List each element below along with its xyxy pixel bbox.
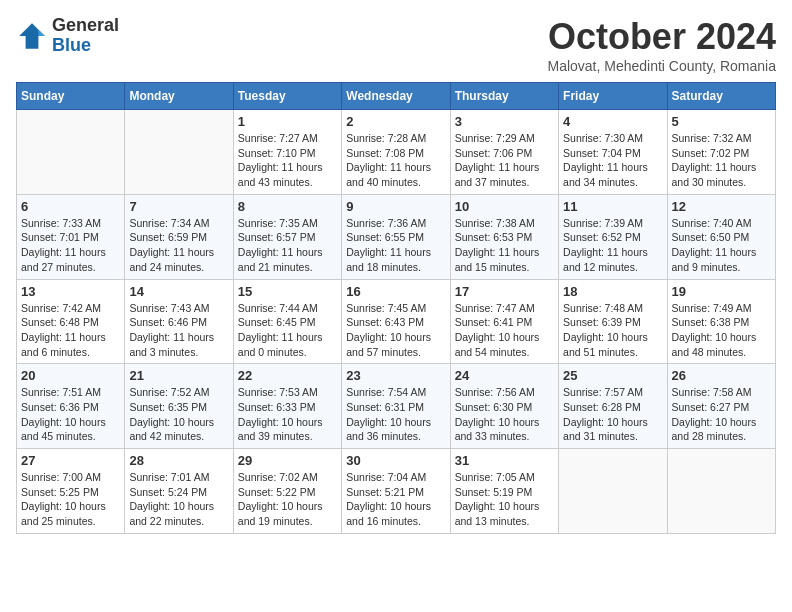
calendar-cell: 21Sunrise: 7:52 AMSunset: 6:35 PMDayligh… bbox=[125, 364, 233, 449]
week-row-5: 27Sunrise: 7:00 AMSunset: 5:25 PMDayligh… bbox=[17, 449, 776, 534]
calendar-cell: 17Sunrise: 7:47 AMSunset: 6:41 PMDayligh… bbox=[450, 279, 558, 364]
header-sunday: Sunday bbox=[17, 83, 125, 110]
header-wednesday: Wednesday bbox=[342, 83, 450, 110]
week-row-2: 6Sunrise: 7:33 AMSunset: 7:01 PMDaylight… bbox=[17, 194, 776, 279]
calendar-cell: 11Sunrise: 7:39 AMSunset: 6:52 PMDayligh… bbox=[559, 194, 667, 279]
day-number: 4 bbox=[563, 114, 662, 129]
calendar-cell bbox=[125, 110, 233, 195]
calendar-cell: 20Sunrise: 7:51 AMSunset: 6:36 PMDayligh… bbox=[17, 364, 125, 449]
day-number: 1 bbox=[238, 114, 337, 129]
calendar-cell: 1Sunrise: 7:27 AMSunset: 7:10 PMDaylight… bbox=[233, 110, 341, 195]
day-detail: Sunrise: 7:44 AMSunset: 6:45 PMDaylight:… bbox=[238, 301, 337, 360]
day-number: 14 bbox=[129, 284, 228, 299]
calendar-cell: 24Sunrise: 7:56 AMSunset: 6:30 PMDayligh… bbox=[450, 364, 558, 449]
day-detail: Sunrise: 7:48 AMSunset: 6:39 PMDaylight:… bbox=[563, 301, 662, 360]
day-detail: Sunrise: 7:51 AMSunset: 6:36 PMDaylight:… bbox=[21, 385, 120, 444]
calendar-cell: 31Sunrise: 7:05 AMSunset: 5:19 PMDayligh… bbox=[450, 449, 558, 534]
day-detail: Sunrise: 7:49 AMSunset: 6:38 PMDaylight:… bbox=[672, 301, 771, 360]
calendar-cell bbox=[559, 449, 667, 534]
calendar-cell: 27Sunrise: 7:00 AMSunset: 5:25 PMDayligh… bbox=[17, 449, 125, 534]
header-monday: Monday bbox=[125, 83, 233, 110]
logo-general: General bbox=[52, 16, 119, 36]
logo: General Blue bbox=[16, 16, 119, 56]
day-number: 29 bbox=[238, 453, 337, 468]
day-number: 18 bbox=[563, 284, 662, 299]
day-number: 7 bbox=[129, 199, 228, 214]
day-detail: Sunrise: 7:47 AMSunset: 6:41 PMDaylight:… bbox=[455, 301, 554, 360]
day-number: 16 bbox=[346, 284, 445, 299]
header-friday: Friday bbox=[559, 83, 667, 110]
day-detail: Sunrise: 7:58 AMSunset: 6:27 PMDaylight:… bbox=[672, 385, 771, 444]
day-number: 8 bbox=[238, 199, 337, 214]
month-title: October 2024 bbox=[547, 16, 776, 58]
day-number: 15 bbox=[238, 284, 337, 299]
day-number: 25 bbox=[563, 368, 662, 383]
day-number: 31 bbox=[455, 453, 554, 468]
header-row: SundayMondayTuesdayWednesdayThursdayFrid… bbox=[17, 83, 776, 110]
day-detail: Sunrise: 7:05 AMSunset: 5:19 PMDaylight:… bbox=[455, 470, 554, 529]
day-detail: Sunrise: 7:02 AMSunset: 5:22 PMDaylight:… bbox=[238, 470, 337, 529]
calendar-cell: 22Sunrise: 7:53 AMSunset: 6:33 PMDayligh… bbox=[233, 364, 341, 449]
day-detail: Sunrise: 7:40 AMSunset: 6:50 PMDaylight:… bbox=[672, 216, 771, 275]
calendar-cell: 7Sunrise: 7:34 AMSunset: 6:59 PMDaylight… bbox=[125, 194, 233, 279]
day-detail: Sunrise: 7:45 AMSunset: 6:43 PMDaylight:… bbox=[346, 301, 445, 360]
day-detail: Sunrise: 7:39 AMSunset: 6:52 PMDaylight:… bbox=[563, 216, 662, 275]
day-detail: Sunrise: 7:43 AMSunset: 6:46 PMDaylight:… bbox=[129, 301, 228, 360]
day-detail: Sunrise: 7:54 AMSunset: 6:31 PMDaylight:… bbox=[346, 385, 445, 444]
day-number: 20 bbox=[21, 368, 120, 383]
week-row-3: 13Sunrise: 7:42 AMSunset: 6:48 PMDayligh… bbox=[17, 279, 776, 364]
logo-icon bbox=[16, 20, 48, 52]
calendar-cell: 9Sunrise: 7:36 AMSunset: 6:55 PMDaylight… bbox=[342, 194, 450, 279]
calendar-cell: 10Sunrise: 7:38 AMSunset: 6:53 PMDayligh… bbox=[450, 194, 558, 279]
calendar-cell: 15Sunrise: 7:44 AMSunset: 6:45 PMDayligh… bbox=[233, 279, 341, 364]
calendar-cell: 25Sunrise: 7:57 AMSunset: 6:28 PMDayligh… bbox=[559, 364, 667, 449]
day-detail: Sunrise: 7:30 AMSunset: 7:04 PMDaylight:… bbox=[563, 131, 662, 190]
day-number: 2 bbox=[346, 114, 445, 129]
day-number: 11 bbox=[563, 199, 662, 214]
day-number: 6 bbox=[21, 199, 120, 214]
header-thursday: Thursday bbox=[450, 83, 558, 110]
calendar-cell: 5Sunrise: 7:32 AMSunset: 7:02 PMDaylight… bbox=[667, 110, 775, 195]
calendar-cell: 29Sunrise: 7:02 AMSunset: 5:22 PMDayligh… bbox=[233, 449, 341, 534]
day-number: 26 bbox=[672, 368, 771, 383]
day-detail: Sunrise: 7:57 AMSunset: 6:28 PMDaylight:… bbox=[563, 385, 662, 444]
calendar-cell: 12Sunrise: 7:40 AMSunset: 6:50 PMDayligh… bbox=[667, 194, 775, 279]
day-detail: Sunrise: 7:00 AMSunset: 5:25 PMDaylight:… bbox=[21, 470, 120, 529]
day-number: 10 bbox=[455, 199, 554, 214]
calendar-cell: 18Sunrise: 7:48 AMSunset: 6:39 PMDayligh… bbox=[559, 279, 667, 364]
day-number: 30 bbox=[346, 453, 445, 468]
day-detail: Sunrise: 7:33 AMSunset: 7:01 PMDaylight:… bbox=[21, 216, 120, 275]
calendar-cell: 13Sunrise: 7:42 AMSunset: 6:48 PMDayligh… bbox=[17, 279, 125, 364]
day-detail: Sunrise: 7:53 AMSunset: 6:33 PMDaylight:… bbox=[238, 385, 337, 444]
day-number: 23 bbox=[346, 368, 445, 383]
day-number: 19 bbox=[672, 284, 771, 299]
day-detail: Sunrise: 7:27 AMSunset: 7:10 PMDaylight:… bbox=[238, 131, 337, 190]
day-number: 17 bbox=[455, 284, 554, 299]
day-detail: Sunrise: 7:36 AMSunset: 6:55 PMDaylight:… bbox=[346, 216, 445, 275]
title-block: October 2024 Malovat, Mehedinti County, … bbox=[547, 16, 776, 74]
calendar-cell: 8Sunrise: 7:35 AMSunset: 6:57 PMDaylight… bbox=[233, 194, 341, 279]
logo-blue: Blue bbox=[52, 36, 119, 56]
location-subtitle: Malovat, Mehedinti County, Romania bbox=[547, 58, 776, 74]
calendar-cell: 28Sunrise: 7:01 AMSunset: 5:24 PMDayligh… bbox=[125, 449, 233, 534]
day-detail: Sunrise: 7:35 AMSunset: 6:57 PMDaylight:… bbox=[238, 216, 337, 275]
day-number: 3 bbox=[455, 114, 554, 129]
calendar-table: SundayMondayTuesdayWednesdayThursdayFrid… bbox=[16, 82, 776, 534]
day-number: 24 bbox=[455, 368, 554, 383]
header-saturday: Saturday bbox=[667, 83, 775, 110]
day-detail: Sunrise: 7:32 AMSunset: 7:02 PMDaylight:… bbox=[672, 131, 771, 190]
day-number: 27 bbox=[21, 453, 120, 468]
calendar-cell bbox=[17, 110, 125, 195]
day-detail: Sunrise: 7:52 AMSunset: 6:35 PMDaylight:… bbox=[129, 385, 228, 444]
day-detail: Sunrise: 7:34 AMSunset: 6:59 PMDaylight:… bbox=[129, 216, 228, 275]
day-detail: Sunrise: 7:28 AMSunset: 7:08 PMDaylight:… bbox=[346, 131, 445, 190]
day-number: 13 bbox=[21, 284, 120, 299]
day-detail: Sunrise: 7:38 AMSunset: 6:53 PMDaylight:… bbox=[455, 216, 554, 275]
day-detail: Sunrise: 7:42 AMSunset: 6:48 PMDaylight:… bbox=[21, 301, 120, 360]
calendar-cell: 30Sunrise: 7:04 AMSunset: 5:21 PMDayligh… bbox=[342, 449, 450, 534]
day-number: 12 bbox=[672, 199, 771, 214]
day-detail: Sunrise: 7:29 AMSunset: 7:06 PMDaylight:… bbox=[455, 131, 554, 190]
day-number: 5 bbox=[672, 114, 771, 129]
calendar-cell: 2Sunrise: 7:28 AMSunset: 7:08 PMDaylight… bbox=[342, 110, 450, 195]
week-row-1: 1Sunrise: 7:27 AMSunset: 7:10 PMDaylight… bbox=[17, 110, 776, 195]
